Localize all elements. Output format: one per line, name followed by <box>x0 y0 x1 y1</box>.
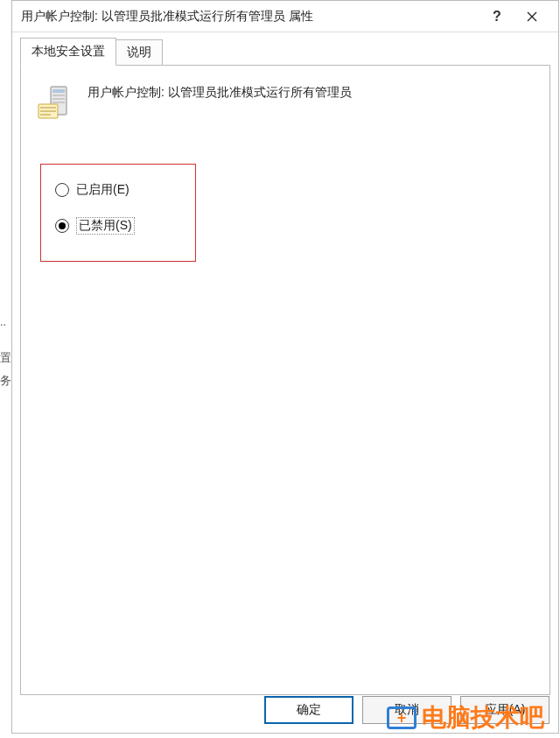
close-icon <box>527 11 537 22</box>
svg-rect-8 <box>40 107 56 109</box>
background-fragment: 置 <box>0 350 11 366</box>
svg-rect-4 <box>52 95 65 96</box>
close-button[interactable] <box>514 1 550 32</box>
tab-local-security[interactable]: 本地安全设置 <box>20 38 116 66</box>
policy-icon <box>35 83 74 122</box>
radio-icon-checked <box>55 219 69 233</box>
help-button[interactable]: ? <box>480 1 514 32</box>
radio-option-disabled[interactable]: 已禁用(S) <box>55 217 181 235</box>
dialog-window: 用户帐户控制: 以管理员批准模式运行所有管理员 属性 ? 本地安全设置 说明 <box>11 0 559 734</box>
policy-title: 用户帐户控制: 以管理员批准模式运行所有管理员 <box>88 83 352 101</box>
radio-label-disabled: 已禁用(S) <box>76 217 135 235</box>
ok-button[interactable]: 确定 <box>264 696 354 724</box>
svg-rect-3 <box>52 89 65 93</box>
background-fragment: 务 <box>0 373 11 389</box>
svg-rect-6 <box>52 102 65 103</box>
radio-group-highlight: 已启用(E) 已禁用(S) <box>40 164 196 262</box>
radio-option-enabled[interactable]: 已启用(E) <box>55 182 181 198</box>
svg-rect-9 <box>40 110 56 112</box>
radio-icon <box>55 183 69 197</box>
svg-rect-10 <box>40 114 51 116</box>
titlebar: 用户帐户控制: 以管理员批准模式运行所有管理员 属性 ? <box>12 1 558 32</box>
policy-header: 用户帐户控制: 以管理员批准模式运行所有管理员 <box>35 83 536 122</box>
tab-explain[interactable]: 说明 <box>116 39 163 66</box>
dialog-title: 用户帐户控制: 以管理员批准模式运行所有管理员 属性 <box>21 9 480 25</box>
cancel-button[interactable]: 取消 <box>362 696 452 724</box>
tab-panel: 用户帐户控制: 以管理员批准模式运行所有管理员 已启用(E) 已禁用(S) <box>20 65 550 695</box>
background-fragment: .. <box>0 315 6 328</box>
svg-rect-5 <box>52 98 65 100</box>
button-bar: 确定 取消 应用(A) <box>264 696 550 724</box>
radio-label-enabled: 已启用(E) <box>76 182 130 198</box>
tab-strip: 本地安全设置 说明 <box>20 41 550 66</box>
content-area: 本地安全设置 说明 用户帐户控制: 以管理员批准模式运行所有管理员 <box>12 32 558 733</box>
apply-button[interactable]: 应用(A) <box>460 696 550 724</box>
